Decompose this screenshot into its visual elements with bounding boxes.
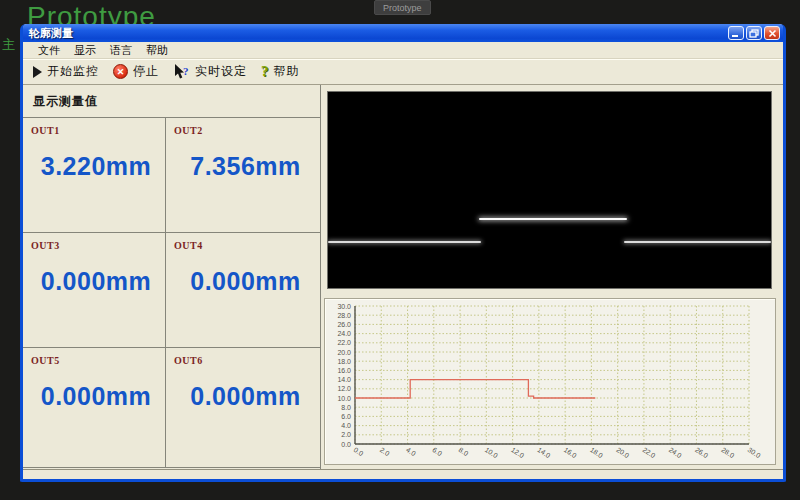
svg-text:24.0: 24.0 bbox=[668, 446, 683, 459]
out4-label: OUT4 bbox=[174, 240, 317, 251]
svg-text:8.0: 8.0 bbox=[341, 404, 351, 411]
out2-cell: OUT2 7.356mm bbox=[166, 118, 321, 233]
status-bar bbox=[23, 469, 783, 479]
laser-line-segment bbox=[479, 218, 627, 220]
desktop-watermark-side: 主 bbox=[2, 36, 15, 54]
svg-text:12.0: 12.0 bbox=[510, 446, 525, 459]
start-monitor-label: 开始监控 bbox=[47, 63, 99, 80]
out3-label: OUT3 bbox=[31, 240, 161, 251]
svg-text:18.0: 18.0 bbox=[337, 358, 351, 365]
cursor-help-icon: ? bbox=[173, 64, 190, 80]
svg-text:26.0: 26.0 bbox=[337, 321, 351, 328]
svg-text:?: ? bbox=[183, 65, 189, 77]
svg-text:14.0: 14.0 bbox=[536, 446, 551, 459]
svg-text:20.0: 20.0 bbox=[337, 349, 351, 356]
out1-cell: OUT1 3.220mm bbox=[23, 118, 166, 233]
svg-text:6.0: 6.0 bbox=[341, 413, 351, 420]
menu-language[interactable]: 语言 bbox=[103, 42, 139, 59]
out4-cell: OUT4 0.000mm bbox=[166, 233, 321, 348]
close-icon bbox=[768, 29, 777, 38]
taskbar-badge[interactable]: Prototype bbox=[374, 0, 431, 15]
svg-text:4.0: 4.0 bbox=[341, 422, 351, 429]
svg-text:6.0: 6.0 bbox=[431, 446, 443, 457]
restore-icon bbox=[749, 29, 759, 38]
out6-label: OUT6 bbox=[174, 355, 317, 366]
stop-button[interactable]: ✕ 停止 bbox=[113, 63, 159, 80]
svg-text:12.0: 12.0 bbox=[337, 385, 351, 392]
measurement-panel-title: 显示测量值 bbox=[23, 85, 320, 118]
laser-profile-camera-view bbox=[327, 91, 772, 289]
help-button[interactable]: ? 帮助 bbox=[261, 63, 300, 80]
help-label: 帮助 bbox=[274, 63, 300, 80]
out2-label: OUT2 bbox=[174, 125, 317, 136]
out5-value: 0.000mm bbox=[31, 382, 161, 411]
menu-bar: 文件 显示 语言 帮助 bbox=[23, 42, 783, 59]
trend-chart-svg: 0.02.04.06.08.010.012.014.016.018.020.02… bbox=[325, 299, 775, 464]
restore-button[interactable] bbox=[746, 26, 762, 40]
svg-text:14.0: 14.0 bbox=[337, 376, 351, 383]
svg-text:22.0: 22.0 bbox=[641, 446, 656, 459]
toolbar: 开始监控 ✕ 停止 ? 实时设定 ? 帮助 bbox=[23, 59, 783, 85]
svg-text:30.0: 30.0 bbox=[337, 303, 351, 310]
realtime-settings-button[interactable]: ? 实时设定 bbox=[173, 63, 247, 80]
trend-chart: 0.02.04.06.08.010.012.014.016.018.020.02… bbox=[324, 298, 776, 465]
svg-text:2.0: 2.0 bbox=[379, 446, 391, 457]
window-title: 轮廓测量 bbox=[29, 26, 726, 41]
out4-value: 0.000mm bbox=[174, 267, 317, 296]
svg-text:30.0: 30.0 bbox=[746, 446, 761, 459]
titlebar[interactable]: 轮廓测量 bbox=[23, 24, 783, 42]
measurement-grid: OUT1 3.220mm OUT2 7.356mm OUT3 0.000mm O… bbox=[23, 118, 320, 468]
svg-text:16.0: 16.0 bbox=[563, 446, 578, 459]
svg-text:10.0: 10.0 bbox=[484, 446, 499, 459]
realtime-settings-label: 实时设定 bbox=[195, 63, 247, 80]
app-window: 轮廓测量 文件 显示 语言 帮助 开始监控 ✕ 停止 bbox=[20, 24, 786, 482]
svg-text:16.0: 16.0 bbox=[337, 367, 351, 374]
close-button[interactable] bbox=[764, 26, 780, 40]
laser-line-segment bbox=[624, 241, 771, 243]
stop-label: 停止 bbox=[133, 63, 159, 80]
svg-text:18.0: 18.0 bbox=[589, 446, 604, 459]
svg-text:8.0: 8.0 bbox=[458, 446, 470, 457]
out6-value: 0.000mm bbox=[174, 382, 317, 411]
svg-text:0.0: 0.0 bbox=[352, 446, 364, 457]
svg-text:4.0: 4.0 bbox=[405, 446, 417, 457]
menu-help[interactable]: 帮助 bbox=[139, 42, 175, 59]
help-icon: ? bbox=[261, 64, 269, 79]
play-icon bbox=[33, 66, 42, 78]
measurement-panel: 显示测量值 OUT1 3.220mm OUT2 7.356mm OUT3 0.0… bbox=[23, 85, 321, 469]
svg-text:22.0: 22.0 bbox=[337, 339, 351, 346]
svg-text:28.0: 28.0 bbox=[337, 312, 351, 319]
svg-text:0.0: 0.0 bbox=[341, 441, 351, 448]
out1-label: OUT1 bbox=[31, 125, 161, 136]
svg-text:26.0: 26.0 bbox=[694, 446, 709, 459]
out5-cell: OUT5 0.000mm bbox=[23, 348, 166, 468]
main-area: 显示测量值 OUT1 3.220mm OUT2 7.356mm OUT3 0.0… bbox=[23, 85, 783, 469]
out6-cell: OUT6 0.000mm bbox=[166, 348, 321, 468]
svg-text:24.0: 24.0 bbox=[337, 330, 351, 337]
minimize-button[interactable] bbox=[728, 26, 744, 40]
start-monitor-button[interactable]: 开始监控 bbox=[33, 63, 99, 80]
svg-text:2.0: 2.0 bbox=[341, 431, 351, 438]
minimize-icon bbox=[731, 29, 741, 38]
svg-text:20.0: 20.0 bbox=[615, 446, 630, 459]
out3-cell: OUT3 0.000mm bbox=[23, 233, 166, 348]
svg-text:28.0: 28.0 bbox=[720, 446, 735, 459]
stop-icon: ✕ bbox=[113, 64, 128, 79]
out5-label: OUT5 bbox=[31, 355, 161, 366]
out2-value: 7.356mm bbox=[174, 152, 317, 181]
out3-value: 0.000mm bbox=[31, 267, 161, 296]
out1-value: 3.220mm bbox=[31, 152, 161, 181]
laser-line-segment bbox=[328, 241, 481, 243]
menu-display[interactable]: 显示 bbox=[67, 42, 103, 59]
svg-text:10.0: 10.0 bbox=[337, 395, 351, 402]
menu-file[interactable]: 文件 bbox=[31, 42, 67, 59]
